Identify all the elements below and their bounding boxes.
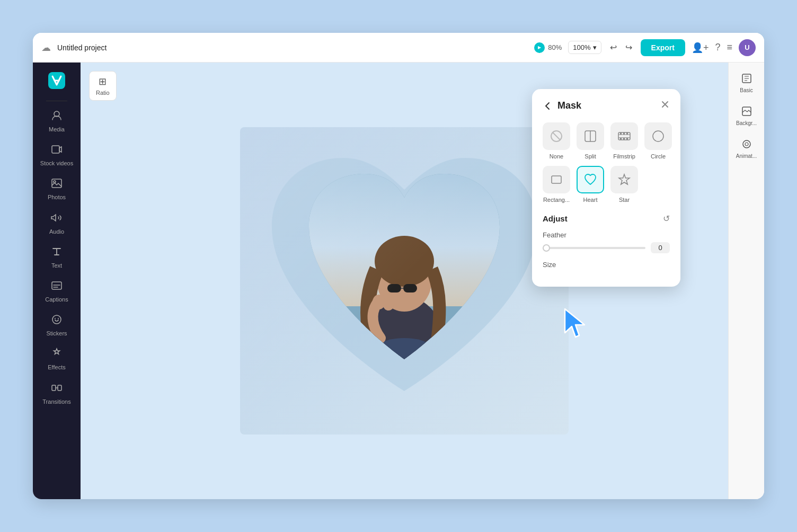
topbar-center: ▶ 80% 100% ▾ ↩ ↪ [534,40,634,55]
redo-button[interactable]: ↪ [623,40,634,55]
play-icon: ▶ [534,42,545,53]
photos-icon [51,178,63,192]
feather-slider-track[interactable] [543,247,645,249]
svg-point-6 [52,315,61,324]
sidebar-item-stock-videos[interactable]: Stock videos [37,139,77,171]
svg-point-41 [745,143,748,146]
right-panel-background[interactable]: Backgr... [732,102,761,130]
svg-rect-3 [52,179,61,188]
users-icon[interactable]: 👤+ [692,42,709,54]
feather-label: Feather [543,231,670,239]
topbar-right: Export 👤+ ? ≡ U [641,39,756,56]
menu-icon[interactable]: ≡ [727,42,732,53]
animate-icon [741,139,752,152]
mask-grid: None Split [543,122,670,203]
canvas-area: ⊞ Ratio [81,63,728,499]
feather-slider-thumb[interactable] [543,244,550,252]
preview-button[interactable]: ▶ 80% [534,42,562,53]
mask-back-button[interactable] [543,101,553,111]
media-icon [51,110,63,124]
right-panel-animate[interactable]: Animat... [732,135,761,163]
mask-item-split[interactable]: Split [577,122,604,159]
mask-close-button[interactable] [660,100,670,112]
zoom-control[interactable]: 100% ▾ [568,41,601,54]
sidebar-item-effects[interactable]: Effects [37,343,77,375]
canvas-image-area [240,127,569,435]
right-panel: Basic Backgr... Animat.. [728,63,764,499]
svg-rect-16 [387,284,401,292]
sidebar-item-media-label: Media [49,126,65,133]
topbar-left: ☁ Untitled project [41,42,528,54]
mask-item-none[interactable]: None [543,122,570,159]
captions-icon [51,280,63,294]
background-icon [741,106,752,119]
mask-panel: Mask [532,89,680,287]
svg-rect-28 [623,132,625,135]
reset-button[interactable]: ↺ [663,214,670,224]
ratio-button[interactable]: ⊞ Ratio [89,71,117,101]
mask-item-heart[interactable]: Heart [577,166,604,203]
mask-item-circle[interactable]: Circle [644,122,672,159]
mask-icon-heart [577,166,604,193]
sidebar-item-photos[interactable]: Photos [37,173,77,205]
mask-header: Mask [543,100,670,112]
undo-button[interactable]: ↩ [608,40,619,55]
sidebar-item-stock-videos-label: Stock videos [40,160,73,167]
mask-none-label: None [550,153,563,159]
transitions-icon [51,382,63,396]
feather-row: Feather 0 [543,231,670,253]
sidebar-item-captions-label: Captions [45,296,68,303]
sidebar-item-media[interactable]: Media [37,105,77,137]
left-sidebar: Media Stock videos Photos Audio [33,63,81,499]
sidebar-item-stickers[interactable]: Stickers [37,309,77,341]
sidebar-item-text-label: Text [51,262,62,269]
help-icon[interactable]: ? [715,42,720,53]
sidebar-item-audio[interactable]: Audio [37,208,77,240]
ratio-label: Ratio [96,90,110,96]
svg-rect-29 [626,132,628,135]
mask-item-star[interactable]: Star [610,166,638,203]
mask-rectangle-label: Rectang... [543,197,570,203]
export-button[interactable]: Export [641,39,685,56]
svg-rect-17 [403,284,417,292]
mask-circle-label: Circle [651,153,666,159]
sidebar-item-captions[interactable]: Captions [37,276,77,307]
mask-icon-star [610,166,638,193]
sidebar-divider [46,101,67,101]
size-label: Size [543,261,670,269]
app-container: ☁ Untitled project ▶ 80% 100% ▾ ↩ ↪ Expo… [33,33,764,499]
size-row: Size [543,261,670,269]
user-avatar[interactable]: U [739,39,756,56]
svg-rect-32 [626,138,628,140]
svg-point-40 [743,140,750,148]
right-panel-animate-label: Animat... [736,153,757,159]
svg-rect-10 [58,385,61,391]
right-panel-background-label: Backgr... [736,120,757,126]
sidebar-item-transitions[interactable]: Transitions [37,378,77,410]
right-panel-basic[interactable]: Basic [732,69,761,97]
cloud-icon[interactable]: ☁ [41,42,51,54]
cursor-arrow [562,306,591,343]
mask-heart-label: Heart [583,197,598,203]
mask-split-label: Split [585,153,596,159]
svg-point-8 [58,318,59,319]
svg-rect-9 [52,385,56,391]
sidebar-item-text[interactable]: Text [37,242,77,273]
project-title: Untitled project [57,43,107,52]
svg-line-21 [553,132,560,140]
stock-videos-icon [51,144,63,158]
person-image [298,158,510,404]
mask-item-rectangle[interactable]: Rectang... [543,166,570,203]
stickers-icon [51,314,63,328]
mask-item-filmstrip[interactable]: Filmstrip [610,122,638,159]
zoom-arrow-icon: ▾ [593,43,597,51]
audio-icon [51,212,63,226]
sidebar-item-transitions-label: Transitions [42,398,70,405]
adjust-section: Adjust ↺ Feather 0 [543,214,670,269]
mask-icon-split [577,122,604,150]
mask-filmstrip-label: Filmstrip [613,153,635,159]
svg-point-7 [55,318,56,319]
adjust-title: Adjust [543,214,568,223]
svg-rect-5 [52,282,61,289]
right-panel-basic-label: Basic [740,87,752,93]
